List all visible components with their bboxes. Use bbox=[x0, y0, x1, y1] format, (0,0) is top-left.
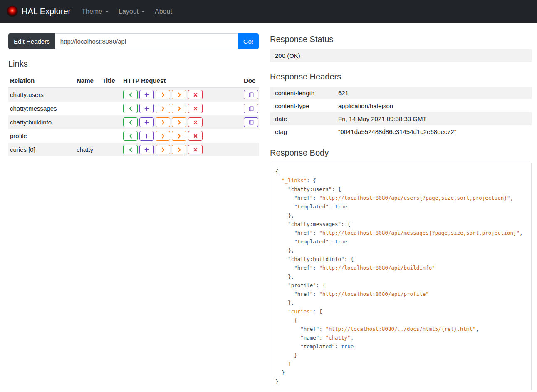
link-name: chatty bbox=[75, 143, 101, 156]
header-row: etag "0041da552488d86e31454d1c2e68eec72" bbox=[270, 125, 532, 138]
get-request-button[interactable] bbox=[123, 117, 138, 127]
link-name bbox=[75, 129, 101, 143]
plus-icon bbox=[144, 147, 149, 152]
doc-cell bbox=[242, 102, 259, 115]
url-input[interactable] bbox=[55, 33, 238, 49]
book-icon bbox=[249, 120, 254, 125]
chevron-left-icon bbox=[129, 106, 133, 111]
get-request-button[interactable] bbox=[123, 145, 138, 154]
doc-button[interactable] bbox=[244, 90, 258, 99]
patch-request-button[interactable] bbox=[172, 131, 186, 141]
header-row: content-type application/hal+json bbox=[270, 99, 532, 112]
delete-request-button[interactable] bbox=[188, 117, 203, 127]
chevron-right-icon bbox=[161, 134, 165, 139]
link-relation: chatty:buildinfo bbox=[8, 115, 75, 129]
response-body-title: Response Body bbox=[270, 148, 532, 158]
plus-icon bbox=[144, 134, 149, 139]
response-headers-title: Response Headers bbox=[270, 72, 532, 82]
delete-request-button[interactable] bbox=[188, 131, 203, 141]
nav-about[interactable]: About bbox=[150, 8, 177, 15]
nav-theme[interactable]: Theme bbox=[77, 8, 114, 15]
header-value: 621 bbox=[333, 87, 532, 99]
book-icon bbox=[249, 92, 254, 97]
post-request-button[interactable] bbox=[139, 117, 154, 127]
brand-label: HAL Explorer bbox=[22, 7, 71, 16]
http-request-cell bbox=[121, 115, 242, 129]
url-toolbar: Edit Headers Go! bbox=[8, 33, 259, 49]
doc-button[interactable] bbox=[244, 117, 258, 127]
http-request-cell bbox=[121, 102, 242, 115]
link-title bbox=[101, 129, 121, 143]
link-name bbox=[75, 115, 101, 129]
link-name bbox=[75, 88, 101, 102]
get-request-button[interactable] bbox=[123, 104, 138, 113]
column-header-name: Name bbox=[75, 74, 101, 88]
doc-cell bbox=[242, 143, 259, 156]
book-icon bbox=[249, 106, 254, 111]
doc-button[interactable] bbox=[244, 104, 258, 113]
chevron-right-icon bbox=[177, 92, 181, 97]
post-request-button[interactable] bbox=[139, 131, 154, 141]
link-title bbox=[101, 115, 121, 129]
main-content: Edit Headers Go! Links Relation Name Tit… bbox=[0, 23, 537, 392]
put-request-button[interactable] bbox=[156, 145, 170, 154]
chevron-right-icon bbox=[161, 147, 165, 152]
chevron-right-icon bbox=[161, 92, 165, 97]
patch-request-button[interactable] bbox=[172, 90, 186, 99]
chevron-right-icon bbox=[177, 147, 181, 152]
header-value: Fri, 14 May 2021 09:38:33 GMT bbox=[333, 112, 532, 125]
delete-request-button[interactable] bbox=[188, 90, 203, 99]
post-request-button[interactable] bbox=[139, 90, 154, 99]
delete-request-button[interactable] bbox=[188, 145, 203, 154]
response-status-title: Response Status bbox=[270, 35, 532, 44]
post-request-button[interactable] bbox=[139, 145, 154, 154]
get-request-button[interactable] bbox=[123, 131, 138, 141]
put-request-button[interactable] bbox=[156, 90, 170, 99]
post-request-button[interactable] bbox=[139, 104, 154, 113]
nav-layout[interactable]: Layout bbox=[114, 8, 150, 15]
get-request-button[interactable] bbox=[123, 90, 138, 99]
navbar: HAL Explorer Theme Layout About bbox=[0, 0, 537, 23]
nav-items: Theme Layout About bbox=[77, 8, 177, 15]
column-header-http-request: HTTP Request bbox=[121, 74, 242, 88]
x-icon bbox=[193, 107, 198, 111]
patch-request-button[interactable] bbox=[172, 104, 186, 113]
header-value: "0041da552488d86e31454d1c2e68eec72" bbox=[333, 125, 532, 138]
header-key: date bbox=[270, 112, 333, 125]
header-row: content-length 621 bbox=[270, 87, 532, 99]
table-row: profile bbox=[8, 129, 259, 143]
doc-cell bbox=[242, 129, 259, 143]
go-button[interactable]: Go! bbox=[238, 33, 259, 49]
chevron-left-icon bbox=[129, 92, 133, 97]
edit-headers-button[interactable]: Edit Headers bbox=[8, 33, 55, 49]
plus-icon bbox=[144, 106, 149, 111]
link-title bbox=[101, 102, 121, 115]
x-icon bbox=[193, 93, 198, 97]
patch-request-button[interactable] bbox=[172, 145, 186, 154]
response-status-value: 200 (OK) bbox=[270, 49, 532, 62]
http-request-cell bbox=[121, 88, 242, 102]
http-request-cell bbox=[121, 129, 242, 143]
chevron-down-icon bbox=[105, 11, 109, 12]
link-relation: profile bbox=[8, 129, 75, 143]
links-title: Links bbox=[8, 59, 259, 69]
http-request-cell bbox=[121, 143, 242, 156]
links-header-row: Relation Name Title HTTP Request Doc bbox=[8, 74, 259, 88]
chevron-left-icon bbox=[129, 120, 133, 125]
header-key: content-length bbox=[270, 87, 333, 99]
patch-request-button[interactable] bbox=[172, 117, 186, 127]
column-header-relation: Relation bbox=[8, 74, 75, 88]
response-panel: Response Status 200 (OK) Response Header… bbox=[270, 33, 532, 390]
table-row: curies [0] chatty bbox=[8, 143, 259, 156]
doc-cell bbox=[242, 88, 259, 102]
put-request-button[interactable] bbox=[156, 117, 170, 127]
chevron-right-icon bbox=[161, 106, 165, 111]
header-value: application/hal+json bbox=[333, 99, 532, 112]
put-request-button[interactable] bbox=[156, 104, 170, 113]
delete-request-button[interactable] bbox=[188, 104, 203, 113]
x-icon bbox=[193, 134, 198, 138]
put-request-button[interactable] bbox=[156, 131, 170, 141]
link-title bbox=[101, 143, 121, 156]
header-key: etag bbox=[270, 125, 333, 138]
brand[interactable]: HAL Explorer bbox=[7, 6, 71, 17]
